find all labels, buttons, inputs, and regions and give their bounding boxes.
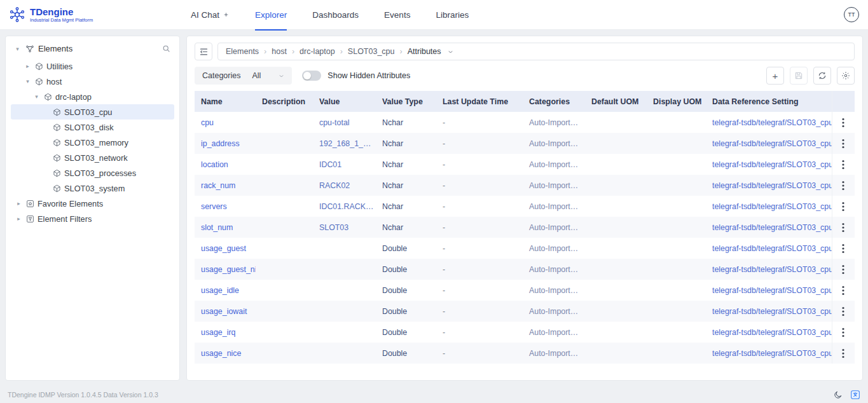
row-menu-button[interactable]	[836, 158, 850, 172]
tree-item-utilities[interactable]: ▸Utilities	[11, 58, 174, 74]
caret-down-icon[interactable]: ▾	[32, 93, 41, 100]
search-icon[interactable]	[162, 44, 170, 53]
cell-display-uom	[647, 301, 706, 322]
attributes-toolbar: Categories All Show Hidden Attributes +	[195, 67, 855, 85]
menu-fold-icon	[199, 47, 209, 57]
column-header-last-update-time: Last Update Time	[436, 91, 523, 112]
cell-actions	[832, 154, 855, 175]
cell-value-type: Nchar	[376, 133, 436, 154]
collapse-sidebar-button[interactable]	[195, 43, 212, 60]
tree-item-slot03-cpu[interactable]: SLOT03_cpu	[11, 104, 174, 120]
cell-data-reference[interactable]: telegraf-tsdb/telegraf/SLOT03_cpu/rack	[706, 175, 832, 196]
tree-item-drc-laptop[interactable]: ▾drc-laptop	[11, 89, 174, 104]
nav-item-dashboards[interactable]: Dashboards	[312, 0, 359, 30]
row-menu-button[interactable]	[836, 346, 850, 360]
tree-item-slot03-memory[interactable]: SLOT03_memory	[11, 135, 174, 150]
breadcrumb-item-attributes[interactable]: Attributes	[408, 47, 441, 56]
row-menu-button[interactable]	[836, 116, 850, 130]
chevron-down-icon[interactable]	[448, 49, 453, 55]
filter-icon	[26, 215, 34, 223]
dark-mode-icon[interactable]	[834, 390, 843, 399]
caret-right-icon[interactable]: ▸	[15, 200, 23, 207]
breadcrumb-item-drc-laptop[interactable]: drc-laptop	[300, 47, 335, 56]
row-menu-button[interactable]	[836, 263, 850, 277]
element-cube-icon	[53, 108, 61, 116]
categories-select[interactable]: All	[252, 71, 284, 80]
nav-item-events[interactable]: Events	[384, 0, 410, 30]
tree-item-favorite-elements[interactable]: ▸Favorite Elements	[11, 196, 174, 211]
cell-data-reference[interactable]: telegraf-tsdb/telegraf/SLOT03_cpu/ip_a	[706, 133, 832, 154]
cell-description	[256, 301, 313, 322]
cell-data-reference[interactable]: telegraf-tsdb/telegraf/SLOT03_cpu/usag	[706, 343, 832, 364]
tree-item-slot03-disk[interactable]: SLOT03_disk	[11, 120, 174, 135]
row-menu-button[interactable]	[836, 179, 850, 193]
refresh-button[interactable]	[813, 67, 831, 85]
language-icon[interactable]	[850, 390, 860, 400]
sidebar-root-row[interactable]: ▾ Elements	[11, 43, 174, 58]
cell-data-reference[interactable]: telegraf-tsdb/telegraf/SLOT03_cpu/cpu	[706, 112, 832, 133]
nav-item-label: Events	[384, 10, 410, 20]
breadcrumb-item-elements[interactable]: Elements	[226, 47, 259, 56]
user-avatar[interactable]: TT	[844, 7, 859, 22]
cell-name[interactable]: usage_guest_ni…	[195, 259, 256, 280]
settings-button[interactable]	[837, 67, 855, 85]
column-header-actions	[832, 91, 855, 112]
breadcrumb: Elements›host›drc-laptop›SLOT03_cpu›Attr…	[217, 43, 855, 60]
cell-default-uom	[585, 133, 647, 154]
cell-name[interactable]: ip_address	[195, 133, 256, 154]
cell-data-reference[interactable]: telegraf-tsdb/telegraf/SLOT03_cpu/loca	[706, 154, 832, 175]
cell-name[interactable]: location	[195, 154, 256, 175]
row-menu-button[interactable]	[836, 325, 850, 339]
row-menu-button[interactable]	[836, 221, 850, 235]
tree-item-slot03-system[interactable]: SLOT03_system	[11, 181, 174, 196]
caret-right-icon[interactable]: ▸	[15, 215, 23, 222]
nav-item-label: Libraries	[436, 10, 469, 20]
row-menu-button[interactable]	[836, 283, 850, 297]
tree-item-slot03-processes[interactable]: SLOT03_processes	[11, 165, 174, 181]
row-menu-button[interactable]	[836, 304, 850, 318]
tree-item-host[interactable]: ▾host	[11, 74, 174, 89]
nav-item-explorer[interactable]: Explorer	[255, 0, 287, 30]
tree-item-slot03-network[interactable]: SLOT03_network	[11, 150, 174, 165]
tree-item-label: drc-laptop	[55, 92, 92, 102]
toggle-knob	[303, 72, 311, 79]
caret-right-icon[interactable]: ▸	[24, 63, 32, 69]
nav-item-libraries[interactable]: Libraries	[436, 0, 469, 30]
cell-actions	[832, 259, 855, 280]
caret-down-icon[interactable]: ▾	[13, 46, 22, 52]
cell-name[interactable]: cpu	[195, 112, 256, 133]
cell-data-reference[interactable]: telegraf-tsdb/telegraf/SLOT03_cpu/usag	[706, 301, 832, 322]
cell-data-reference[interactable]: telegraf-tsdb/telegraf/SLOT03_cpu/usag	[706, 238, 832, 259]
caret-down-icon[interactable]: ▾	[24, 78, 32, 85]
cell-description	[256, 196, 313, 217]
cell-categories: Auto-Import…	[523, 217, 585, 238]
add-attribute-button[interactable]: +	[766, 67, 784, 85]
cell-default-uom	[585, 154, 647, 175]
cell-data-reference[interactable]: telegraf-tsdb/telegraf/SLOT03_cpu/slot_	[706, 217, 832, 238]
row-menu-button[interactable]	[836, 200, 850, 214]
breadcrumb-item-slot03-cpu[interactable]: SLOT03_cpu	[348, 47, 395, 56]
cell-data-reference[interactable]: telegraf-tsdb/telegraf/SLOT03_cpu/usag	[706, 280, 832, 301]
show-hidden-toggle[interactable]	[302, 71, 321, 81]
row-menu-button[interactable]	[836, 242, 850, 256]
cell-data-reference[interactable]: telegraf-tsdb/telegraf/SLOT03_cpu/serv	[706, 196, 832, 217]
brand: TDengine Industrial Data Mgmt Platform	[9, 6, 165, 23]
cell-name[interactable]: usage_guest	[195, 238, 256, 259]
cell-last-update-time: -	[436, 154, 523, 175]
breadcrumb-item-host[interactable]: host	[272, 47, 287, 56]
cell-name[interactable]: usage_nice	[195, 343, 256, 364]
breadcrumb-separator: ›	[292, 47, 294, 56]
tree-item-element-filters[interactable]: ▸Element Filters	[11, 211, 174, 226]
cell-name[interactable]: usage_idle	[195, 280, 256, 301]
cell-name[interactable]: rack_num	[195, 175, 256, 196]
cell-name[interactable]: usage_irq	[195, 322, 256, 343]
cell-name[interactable]: servers	[195, 196, 256, 217]
nav-item-ai-chat[interactable]: AI Chat	[191, 0, 230, 30]
cell-name[interactable]: slot_num	[195, 217, 256, 238]
cell-name[interactable]: usage_iowait	[195, 301, 256, 322]
cell-last-update-time: -	[436, 301, 523, 322]
cell-data-reference[interactable]: telegraf-tsdb/telegraf/SLOT03_cpu/usag	[706, 259, 832, 280]
row-menu-button[interactable]	[836, 137, 850, 151]
cell-data-reference[interactable]: telegraf-tsdb/telegraf/SLOT03_cpu/usag	[706, 322, 832, 343]
cell-value-type: Nchar	[376, 112, 436, 133]
